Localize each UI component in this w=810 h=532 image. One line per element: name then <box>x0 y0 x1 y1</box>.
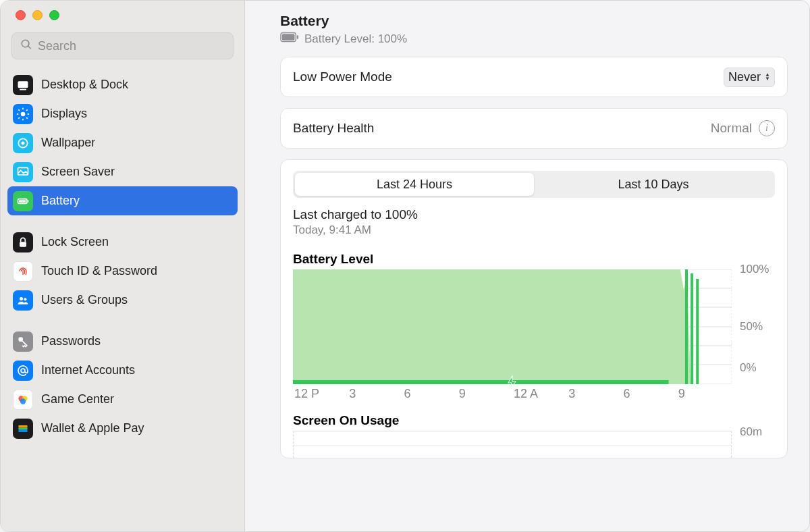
search-field[interactable] <box>11 32 234 59</box>
game-center-icon <box>13 390 33 410</box>
low-power-row: Low Power Mode Never ▲▼ <box>280 57 788 97</box>
svg-rect-26 <box>18 427 27 429</box>
sidebar-item-desktop-dock[interactable]: Desktop & Dock <box>7 70 238 99</box>
sidebar-item-game-center[interactable]: Game Center <box>7 385 238 414</box>
sidebar-item-label: Displays <box>41 107 87 121</box>
system-settings-window: Desktop & Dock Displays Wallpaper Screen… <box>0 0 810 532</box>
sidebar-item-screensaver[interactable]: Screen Saver <box>7 157 238 186</box>
page-title: Battery <box>280 13 788 29</box>
battery-chart-y-axis: 100% 50% 0% <box>732 269 775 384</box>
sidebar-item-label: Users & Groups <box>41 293 128 307</box>
sidebar-item-label: Desktop & Dock <box>41 78 128 92</box>
page-header: Battery Battery Level: 100% <box>280 13 788 57</box>
zoom-window-button[interactable] <box>49 10 59 20</box>
wallet-icon <box>13 419 33 439</box>
battery-level-title: Battery Level <box>293 252 775 267</box>
key-icon <box>13 331 33 352</box>
sidebar-item-label: Internet Accounts <box>41 363 135 377</box>
window-controls <box>1 10 244 32</box>
svg-rect-29 <box>282 34 295 40</box>
at-sign-icon <box>13 361 33 381</box>
tab-last-24-hours[interactable]: Last 24 Hours <box>295 173 534 196</box>
users-icon <box>13 290 33 311</box>
sidebar-item-displays[interactable]: Displays <box>7 99 238 128</box>
tab-last-10-days[interactable]: Last 10 Days <box>534 173 773 196</box>
screen-on-y-label: 60m <box>732 425 762 438</box>
svg-rect-0 <box>18 81 28 88</box>
search-icon <box>20 38 38 53</box>
svg-line-7 <box>18 109 20 111</box>
screensaver-icon <box>13 162 33 182</box>
sidebar-item-touchid[interactable]: Touch ID & Password <box>7 257 238 286</box>
sidebar-list: Desktop & Dock Displays Wallpaper Screen… <box>1 68 244 446</box>
sidebar-item-label: Wallet & Apple Pay <box>41 421 144 435</box>
screen-on-chart: 60m <box>293 431 775 458</box>
svg-rect-48 <box>691 273 693 384</box>
svg-rect-30 <box>297 35 298 39</box>
main-pane: Battery Battery Level: 100% Low Power Mo… <box>245 1 809 531</box>
battery-level-chart: 100% 50% 0% <box>293 269 775 384</box>
svg-point-21 <box>21 369 25 373</box>
sidebar-item-label: Wallpaper <box>41 136 95 150</box>
battery-icon <box>13 191 33 211</box>
chevrons-up-down-icon: ▲▼ <box>765 73 770 81</box>
sidebar-item-label: Screen Saver <box>41 165 115 179</box>
svg-point-2 <box>21 111 26 116</box>
last-charged-title: Last charged to 100% <box>293 207 775 222</box>
sidebar-item-users-groups[interactable]: Users & Groups <box>7 286 238 315</box>
svg-point-19 <box>24 298 26 300</box>
displays-icon <box>13 104 33 124</box>
time-range-segmented: Last 24 Hours Last 10 Days <box>293 171 775 198</box>
last-charged: Last charged to 100% Today, 9:41 AM <box>293 207 775 237</box>
svg-rect-25 <box>18 425 27 427</box>
svg-rect-1 <box>20 88 26 90</box>
sidebar-item-wallpaper[interactable]: Wallpaper <box>7 128 238 157</box>
screen-on-title: Screen On Usage <box>293 413 775 428</box>
usage-card: Last 24 Hours Last 10 Days Last charged … <box>280 159 788 458</box>
sidebar-item-label: Lock Screen <box>41 235 109 249</box>
sidebar-item-battery[interactable]: Battery <box>7 186 238 215</box>
sidebar-item-wallet[interactable]: Wallet & Apple Pay <box>7 414 238 443</box>
svg-point-18 <box>20 297 23 300</box>
sidebar-item-label: Game Center <box>41 392 114 406</box>
svg-rect-27 <box>18 429 27 431</box>
svg-rect-16 <box>28 200 29 202</box>
battery-status-icon <box>280 32 299 46</box>
battery-health-label: Battery Health <box>293 121 374 136</box>
sidebar-item-label: Passwords <box>41 334 101 348</box>
wallpaper-icon <box>13 133 33 153</box>
battery-health-row: Battery Health Normal i <box>280 108 788 149</box>
low-power-select[interactable]: Never ▲▼ <box>724 68 775 87</box>
lock-icon <box>13 232 33 252</box>
svg-rect-17 <box>20 242 26 247</box>
svg-point-20 <box>18 337 23 342</box>
svg-rect-47 <box>685 269 688 384</box>
battery-health-value: Normal <box>711 121 752 136</box>
svg-point-24 <box>20 398 26 404</box>
low-power-label: Low Power Mode <box>293 70 392 84</box>
sidebar-item-lock-screen[interactable]: Lock Screen <box>7 228 238 257</box>
svg-rect-15 <box>19 200 26 202</box>
minimize-window-button[interactable] <box>32 10 43 20</box>
sidebar-item-label: Touch ID & Password <box>41 264 157 278</box>
svg-line-9 <box>18 117 20 119</box>
sidebar-item-passwords[interactable]: Passwords <box>7 327 238 356</box>
desktop-dock-icon <box>13 75 33 95</box>
svg-point-12 <box>22 141 25 144</box>
page-subtitle: Battery Level: 100% <box>304 32 407 46</box>
search-input[interactable] <box>38 39 225 53</box>
battery-chart-x-axis: 12 P 3 6 9 12 A 3 6 9 <box>293 387 732 401</box>
svg-rect-49 <box>696 279 699 384</box>
sidebar-item-label: Battery <box>41 194 80 208</box>
svg-line-8 <box>26 117 28 119</box>
sidebar-item-internet-accounts[interactable]: Internet Accounts <box>7 356 238 385</box>
svg-line-10 <box>26 109 28 111</box>
close-window-button[interactable] <box>16 10 26 20</box>
info-icon[interactable]: i <box>759 120 775 136</box>
low-power-value: Never <box>728 70 761 84</box>
fingerprint-icon <box>13 261 33 282</box>
last-charged-sub: Today, 9:41 AM <box>293 223 775 237</box>
sidebar: Desktop & Dock Displays Wallpaper Screen… <box>1 1 245 531</box>
